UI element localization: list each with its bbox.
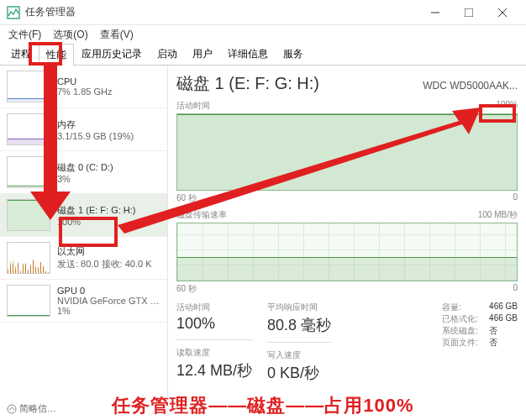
page-v: 否	[489, 337, 497, 349]
gpu-sub: NVIDIA GeForce GTX …	[57, 296, 160, 306]
gpu-extra: 1%	[57, 306, 160, 316]
gpu-thumbnail	[7, 285, 50, 317]
chart1-label: 活动时间	[176, 100, 210, 112]
gpu-label: GPU 0	[57, 286, 160, 296]
cpu-sub: 7% 1.85 GHz	[57, 87, 112, 97]
menu-view[interactable]: 查看(V)	[97, 26, 137, 44]
ethernet-thumbnail	[7, 242, 50, 274]
disk0-thumbnail	[7, 156, 50, 188]
chart1-max: 100%	[496, 100, 518, 112]
disk0-label: 磁盘 0 (C: D:)	[57, 161, 113, 174]
main-panel: 磁盘 1 (E: F: G: H:) WDC WD5000AAK... 活动时间…	[168, 66, 526, 396]
stats: 活动时间 100% 读取速度 12.4 MB/秒 平均响应时间 80.8 毫秒 …	[176, 302, 518, 383]
tab-startup[interactable]: 启动	[150, 43, 185, 65]
close-button[interactable]	[486, 1, 519, 24]
cap-v: 466 GB	[489, 302, 518, 313]
page-k: 页面文件:	[442, 337, 484, 349]
write-value: 0 KB/秒	[267, 363, 331, 383]
svg-rect-2	[465, 8, 473, 17]
active-value: 100%	[176, 315, 252, 333]
resp-label: 平均响应时间	[267, 302, 331, 313]
annotation-caption: 任务管理器——磁盘——占用100%	[0, 393, 526, 418]
cpu-label: CPU	[57, 76, 112, 87]
cap-k: 容量:	[442, 302, 484, 313]
sidebar-item-gpu[interactable]: GPU 0NVIDIA GeForce GTX …1%	[0, 280, 167, 323]
write-label: 写入速度	[267, 349, 331, 361]
active-label: 活动时间	[176, 302, 252, 313]
activity-chart	[176, 113, 518, 191]
menubar: 文件(F) 选项(O) 查看(V)	[0, 25, 526, 44]
chart2-xr: 0	[513, 283, 518, 295]
sidebar-item-ethernet[interactable]: 以太网发送: 80.0 接收: 40.0 K	[0, 237, 167, 280]
ethernet-label: 以太网	[57, 245, 152, 258]
disk-title: 磁盘 1 (E: F: G: H:)	[176, 72, 319, 95]
sys-k: 系统磁盘:	[442, 325, 484, 337]
menu-options[interactable]: 选项(O)	[50, 26, 91, 44]
minimize-button[interactable]	[418, 1, 452, 24]
sidebar-item-memory[interactable]: 内存3.1/15.9 GB (19%)	[0, 108, 167, 151]
chart2-xl: 60 秒	[176, 283, 197, 295]
chart2-max: 100 MB/秒	[478, 209, 518, 221]
disk1-label: 磁盘 1 (E: F: G: H:)	[57, 204, 136, 217]
disk-model: WDC WD5000AAK...	[423, 80, 518, 92]
sidebar-item-disk0[interactable]: 磁盘 0 (C: D:)3%	[0, 151, 167, 194]
window-title: 任务管理器	[25, 5, 418, 19]
chart2-label: 磁盘传输速率	[176, 209, 227, 221]
disk1-thumbnail	[7, 199, 50, 231]
tab-processes[interactable]: 进程	[3, 43, 39, 65]
disk1-sub: 100%	[57, 217, 136, 227]
cpu-thumbnail	[7, 71, 50, 102]
content: CPU7% 1.85 GHz 内存3.1/15.9 GB (19%) 磁盘 0 …	[0, 66, 526, 396]
memory-label: 内存	[57, 118, 134, 131]
tab-performance[interactable]: 性能	[39, 44, 74, 66]
read-value: 12.4 MB/秒	[176, 360, 252, 381]
tabbar: 进程 性能 应用历史记录 启动 用户 详细信息 服务	[0, 44, 526, 66]
memory-sub: 3.1/15.9 GB (19%)	[57, 131, 134, 141]
tab-app-history[interactable]: 应用历史记录	[74, 43, 150, 65]
chart1-xl: 60 秒	[176, 192, 197, 204]
read-label: 读取速度	[176, 347, 252, 359]
titlebar: 任务管理器	[0, 0, 526, 25]
resp-value: 80.8 毫秒	[267, 315, 331, 335]
ethernet-sub: 发送: 80.0 接收: 40.0 K	[57, 258, 152, 270]
fmt-v: 466 GB	[489, 313, 518, 325]
tab-details[interactable]: 详细信息	[220, 43, 276, 65]
maximize-button[interactable]	[452, 1, 486, 24]
sys-v: 否	[489, 325, 497, 337]
transfer-chart	[176, 223, 518, 281]
sidebar-item-disk1[interactable]: 磁盘 1 (E: F: G: H:)100%	[0, 194, 167, 237]
sidebar: CPU7% 1.85 GHz 内存3.1/15.9 GB (19%) 磁盘 0 …	[0, 66, 168, 396]
memory-thumbnail	[7, 113, 50, 145]
menu-file[interactable]: 文件(F)	[5, 26, 45, 44]
tab-users[interactable]: 用户	[185, 43, 220, 65]
tab-services[interactable]: 服务	[276, 43, 311, 65]
disk0-sub: 3%	[57, 174, 113, 184]
taskmgr-icon	[7, 6, 20, 19]
sidebar-item-cpu[interactable]: CPU7% 1.85 GHz	[0, 66, 167, 108]
fmt-k: 已格式化:	[442, 313, 484, 325]
chart1-xr: 0	[513, 192, 518, 204]
